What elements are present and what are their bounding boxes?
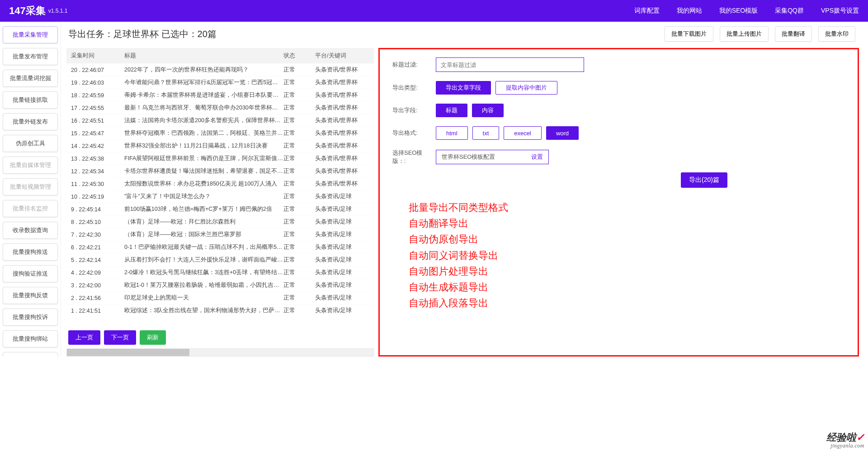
cell-time: 11 . 22:45:30: [71, 181, 124, 187]
sidebar-item-0[interactable]: 批量采集管理: [3, 26, 58, 43]
horizontal-scrollbar[interactable]: [66, 348, 374, 357]
cell-title: （体育）足球——欧冠：国际米兰胜巴塞罗那: [124, 231, 283, 238]
sidebar-item-2[interactable]: 批量流量词挖掘: [3, 70, 58, 87]
sidebar-item-11[interactable]: 搜狗验证推送: [3, 265, 58, 282]
nav-vps-dial[interactable]: VPS拨号设置: [821, 7, 859, 15]
table-row[interactable]: 10 . 22:45:19"富斗"又来了！中国足球怎么办？正常头条资讯/足球: [66, 190, 374, 203]
cell-title: （体育）足球——欧冠：拜仁胜比尔森胜利: [124, 218, 283, 226]
feature-item: 自动生成标题导出: [409, 279, 845, 295]
export-button[interactable]: 导出(20)篇: [681, 172, 727, 188]
cell-status: 正常: [283, 205, 315, 213]
bulk-upload-images-button[interactable]: 批量上传图片: [720, 26, 769, 42]
cell-status: 正常: [283, 79, 315, 86]
table-row[interactable]: 11 . 22:45:30太阳报数说世界杯：承办总花费1850亿美元 超100万…: [66, 177, 374, 190]
cell-platform: 头条资讯/足球: [315, 218, 369, 226]
table-row[interactable]: 2 . 22:41:56印尼足球史上的黑暗一天正常头条资讯/足球: [66, 291, 374, 304]
table-row[interactable]: 5 . 22:42:14从压着打到不会打！大连人三外援快乐足球，谢晖面临严峻考验…: [66, 253, 374, 266]
table-row[interactable]: 6 . 22:42:210-1！巴萨输掉欧冠最关键一战：压哨点球不判，出局概率5…: [66, 241, 374, 253]
cell-platform: 头条资讯/足球: [315, 294, 369, 302]
table-row[interactable]: 16 . 22:45:51法媒：法国将向卡塔尔派遣200多名警察宪兵，保障世界杯…: [66, 114, 374, 127]
sidebar-item-14[interactable]: 批量搜狗绑站: [3, 330, 58, 347]
cell-status: 正常: [283, 180, 315, 188]
seo-template-value: 世界杯SEO模板配置: [442, 153, 495, 161]
table-row[interactable]: 4 . 22:42:092-0爆冷！欧冠头号黑马继续狂飙：3连胜+0丢球，有望终…: [66, 266, 374, 279]
cell-platform: 头条资讯/足球: [315, 205, 369, 213]
cell-title: 2-0爆冷！欧冠头号黑马继续狂飙：3连胜+0丢球，有望终结30年苦等: [124, 269, 283, 276]
sidebar-item-10[interactable]: 批量搜狗推送: [3, 243, 58, 261]
table-row[interactable]: 17 . 22:45:55最新！乌克兰将与西班牙、葡萄牙联合申办2030年世界杯…: [66, 101, 374, 114]
cell-platform: 头条资讯/世界杯: [315, 104, 369, 112]
export-format-txt[interactable]: txt: [472, 126, 500, 140]
nav-dict-config[interactable]: 词库配置: [634, 7, 660, 15]
cell-time: 16 . 22:45:51: [71, 118, 124, 124]
export-field-content[interactable]: 内容: [472, 104, 504, 117]
table-row[interactable]: 13 . 22:45:38FIFA展望阿根廷世界杯前景：梅西仍是王牌，阿尔瓦雷斯…: [66, 152, 374, 165]
title-filter-input[interactable]: [436, 57, 584, 72]
bulk-download-images-button[interactable]: 批量下载图片: [665, 26, 713, 42]
brand-title: 147采集: [9, 4, 46, 18]
table-row[interactable]: 7 . 22:42:30（体育）足球——欧冠：国际米兰胜巴塞罗那正常头条资讯/足…: [66, 228, 374, 241]
cell-title: 今年谁能问鼎？世界杯冠军排行&历届冠军一览：巴西5冠居首: [124, 79, 283, 86]
cell-time: 20 . 22:46:07: [71, 67, 124, 73]
cell-platform: 头条资讯/世界杯: [315, 79, 369, 86]
cell-status: 正常: [283, 231, 315, 238]
sidebar-item-13[interactable]: 批量搜狗投诉: [3, 309, 58, 326]
cell-status: 正常: [283, 193, 315, 200]
cell-status: 正常: [283, 104, 315, 112]
export-format-execel[interactable]: execel: [504, 126, 542, 140]
table-row[interactable]: 12 . 22:45:34卡塔尔世界杯遭质疑！曝法国球迷抵制，希望退赛，国足不悔…: [66, 165, 374, 177]
sidebar-item-15[interactable]: 百度API推送: [3, 352, 58, 357]
sidebar-item-1[interactable]: 批量发布管理: [3, 48, 58, 65]
cell-status: 正常: [283, 155, 315, 162]
next-page-button[interactable]: 下一页: [104, 330, 136, 345]
cell-time: 18 . 22:45:59: [71, 92, 124, 99]
cell-title: 前100场赢103球，哈兰德=梅西+C罗+莱万！姆巴佩的2倍: [124, 205, 283, 213]
table-row[interactable]: 19 . 22:46:03今年谁能问鼎？世界杯冠军排行&历届冠军一览：巴西5冠居…: [66, 76, 374, 89]
table-row[interactable]: 20 . 22:46:072022年了，四年一次的世界杯狂热还能再现吗？正常头条…: [66, 63, 374, 76]
col-time: 采集时间: [71, 52, 124, 60]
cell-title: 印尼足球史上的黑暗一天: [124, 294, 283, 302]
table-row[interactable]: 8 . 22:45:10（体育）足球——欧冠：拜仁胜比尔森胜利正常头条资讯/足球: [66, 215, 374, 228]
cell-time: 3 . 22:42:00: [71, 282, 124, 289]
export-field-label: 导出字段:: [392, 106, 436, 114]
export-format-html[interactable]: html: [436, 126, 468, 140]
cell-title: 太阳报数说世界杯：承办总花费1850亿美元 超100万人涌入: [124, 180, 283, 188]
cell-title: 0-1！巴萨输掉欧冠最关键一战：压哨点球不判，出局概率54%: [124, 243, 283, 251]
cell-time: 6 . 22:42:21: [71, 244, 124, 251]
cell-platform: 头条资讯/足球: [315, 243, 369, 251]
cell-platform: 头条资讯/足球: [315, 307, 369, 314]
table-row[interactable]: 18 . 22:45:59蒂姆·卡希尔：本届世界杯将是进球盛宴，小组赛日本队要做…: [66, 89, 374, 101]
seo-template-select[interactable]: 世界杯SEO模板配置 设置: [436, 150, 549, 164]
sidebar-item-8: 批量排名监控: [3, 200, 58, 217]
sidebar-item-5[interactable]: 伪原创工具: [3, 135, 58, 152]
bulk-translate-button[interactable]: 批量翻译: [775, 26, 812, 42]
nav-seo-templates[interactable]: 我的SEO模版: [719, 7, 758, 15]
table-row[interactable]: 1 . 22:41:51欧冠综述：3队全胜出线在望，国米利物浦形势大好，巴萨陷入…: [66, 304, 374, 317]
cell-title: 欧冠1-0！莱万又腰塞拉着肠袋，哈维最弱如霜，小因扎吉眼神亮了: [124, 281, 283, 289]
sidebar-item-9[interactable]: 收录数据查询: [3, 222, 58, 239]
table-row[interactable]: 14 . 22:45:42世界杯32强全部出炉！11月21日揭幕战，12月18日…: [66, 139, 374, 152]
prev-page-button[interactable]: 上一页: [68, 330, 100, 345]
sidebar: 批量采集管理批量发布管理批量流量词挖掘批量链接抓取批量外链发布伪原创工具批量自媒…: [0, 22, 61, 357]
cell-title: 世界杯32强全部出炉！11月21日揭幕战，12月18日决赛: [124, 142, 283, 150]
cell-status: 正常: [283, 167, 315, 175]
sidebar-item-12[interactable]: 批量搜狗反馈: [3, 287, 58, 304]
nav-qq-group[interactable]: 采集QQ群: [775, 7, 804, 15]
seo-template-label: 选择SEO模版：:: [392, 149, 436, 165]
bulk-watermark-button[interactable]: 批量水印: [818, 26, 855, 42]
export-field-title[interactable]: 标题: [436, 104, 467, 117]
export-format-word[interactable]: word: [546, 126, 579, 140]
article-table: 采集时间 标题 状态 平台/关键词 20 . 22:46:072022年了，四年…: [66, 48, 374, 357]
sidebar-item-3[interactable]: 批量链接抓取: [3, 91, 58, 109]
sidebar-item-4[interactable]: 批量外链发布: [3, 113, 58, 130]
nav-my-sites[interactable]: 我的网站: [677, 7, 702, 15]
export-type-fields[interactable]: 导出文章字段: [436, 81, 491, 95]
table-row[interactable]: 3 . 22:42:00欧冠1-0！莱万又腰塞拉着肠袋，哈维最弱如霜，小因扎吉眼…: [66, 279, 374, 291]
export-type-images[interactable]: 提取内容中图片: [495, 81, 557, 95]
header-bar: 147采集 v1.5.1.1 词库配置 我的网站 我的SEO模版 采集QQ群 V…: [0, 0, 868, 22]
table-row[interactable]: 15 . 22:45:47世界杯夺冠概率：巴西领跑，法国第二，阿根廷、英格兰并列…: [66, 127, 374, 139]
table-row[interactable]: 9 . 22:45:14前100场赢103球，哈兰德=梅西+C罗+莱万！姆巴佩的…: [66, 203, 374, 215]
seo-template-settings-link[interactable]: 设置: [531, 153, 543, 161]
refresh-button[interactable]: 刷新: [140, 330, 166, 345]
cell-time: 14 . 22:45:42: [71, 143, 124, 149]
